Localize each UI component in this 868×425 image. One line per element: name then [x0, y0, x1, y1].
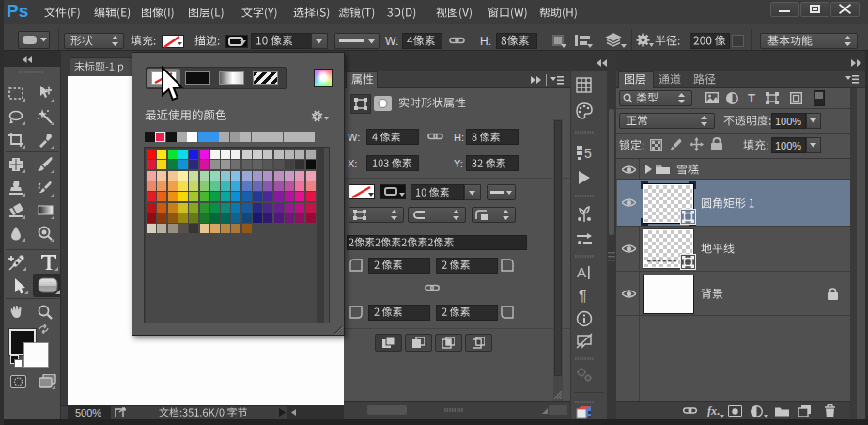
svg-text:¶: ¶: [579, 288, 587, 304]
svg-text:5: 5: [584, 146, 592, 161]
svg-text:A: A: [577, 264, 586, 280]
